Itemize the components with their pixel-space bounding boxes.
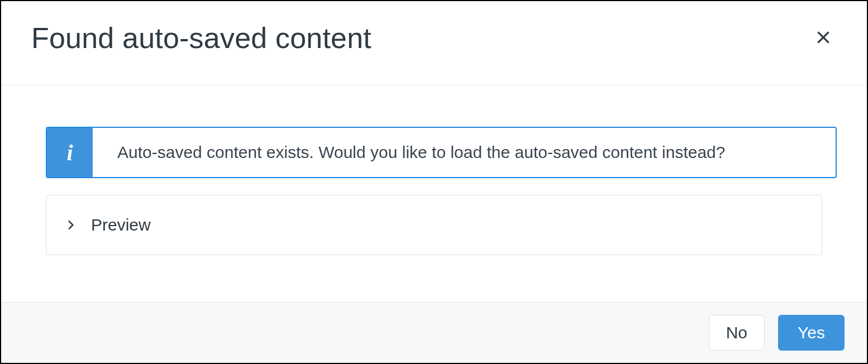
close-button[interactable] bbox=[810, 25, 837, 51]
preview-toggle[interactable]: Preview bbox=[46, 195, 822, 255]
yes-button[interactable]: Yes bbox=[778, 315, 845, 351]
alert-message: Auto-saved content exists. Would you lik… bbox=[93, 128, 750, 177]
no-button[interactable]: No bbox=[709, 315, 765, 351]
dialog-footer: No Yes bbox=[1, 302, 867, 363]
dialog-title: Found auto-saved content bbox=[31, 21, 371, 55]
chevron-right-icon bbox=[64, 218, 78, 232]
info-alert: i Auto-saved content exists. Would you l… bbox=[46, 127, 837, 178]
preview-label: Preview bbox=[91, 215, 151, 234]
info-icon-glyph: i bbox=[66, 140, 73, 166]
info-icon: i bbox=[47, 128, 93, 177]
dialog-body: i Auto-saved content exists. Would you l… bbox=[1, 85, 867, 302]
close-icon bbox=[816, 30, 831, 46]
dialog-header: Found auto-saved content bbox=[1, 1, 867, 85]
autosave-dialog: Found auto-saved content i Auto-saved co… bbox=[0, 0, 868, 364]
